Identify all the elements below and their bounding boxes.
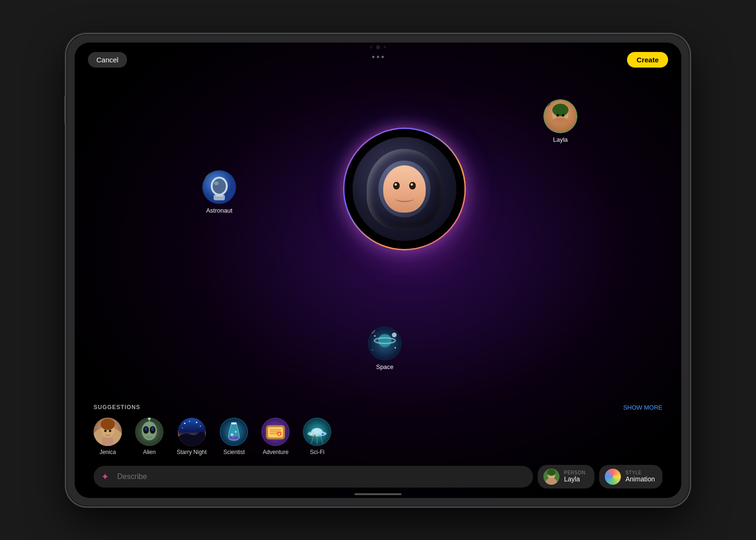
space-item-icon: − (368, 326, 402, 360)
scifi-label: Sci-Fi (310, 449, 325, 455)
ipad-screen: Cancel Create (75, 43, 681, 498)
person-chip[interactable]: PERSON Layla (538, 465, 594, 489)
floating-space[interactable]: − (368, 326, 402, 370)
dot-2 (377, 56, 379, 58)
magic-wand-icon: ✦ (101, 471, 109, 482)
starry-night-icon (178, 418, 206, 446)
suggestion-adventure[interactable]: ★ Adventure (261, 418, 290, 455)
person-chip-text: PERSON Layla (564, 470, 585, 483)
adventure-label: Adventure (263, 449, 289, 455)
astronaut-label: Astronaut (206, 207, 232, 214)
starry-night-label: Starry Night (177, 449, 206, 455)
svg-point-16 (395, 347, 396, 348)
alien-icon (135, 418, 163, 446)
svg-point-41 (235, 431, 237, 433)
svg-rect-39 (231, 422, 237, 424)
scifi-icon (303, 418, 331, 446)
camera-dot (376, 45, 380, 49)
svg-point-33 (184, 422, 185, 424)
style-color-wheel-icon (605, 469, 621, 485)
suggestion-scifi[interactable]: Sci-Fi (303, 418, 331, 455)
suggestion-scientist[interactable]: Scientist (220, 418, 248, 455)
floating-layla[interactable]: − (543, 99, 577, 143)
jenica-label: Jenica (100, 449, 116, 455)
describe-container: ✦ (94, 466, 533, 488)
svg-point-37 (182, 428, 183, 429)
suggestion-alien[interactable]: Alien (135, 418, 163, 455)
layla-label: Layla (553, 136, 567, 143)
svg-point-17 (372, 350, 373, 351)
sensor-dot (370, 46, 372, 48)
scientist-label: Scientist (223, 449, 245, 455)
svg-point-55 (310, 433, 312, 435)
svg-point-7 (213, 179, 226, 194)
svg-point-35 (196, 421, 197, 423)
show-more-button[interactable]: SHOW MORE (623, 404, 662, 411)
svg-text:★: ★ (278, 432, 281, 436)
orb-glow (338, 123, 471, 255)
svg-point-4 (562, 114, 565, 117)
style-chip-text: STYLE Animation (626, 470, 655, 483)
face-smile (395, 195, 414, 202)
style-chip[interactable]: STYLE Animation (599, 465, 662, 489)
bottom-bar: ✦ PERSON Layla (94, 465, 662, 489)
suggestions-list: Jenica (94, 418, 662, 455)
jenica-icon (94, 418, 122, 446)
orb-inner (352, 137, 456, 241)
svg-rect-10 (215, 194, 223, 197)
dot-3 (382, 56, 384, 58)
suggestions-section: SUGGESTIONS SHOW MORE (75, 404, 681, 455)
suggestion-jenica[interactable]: Jenica (94, 418, 122, 455)
astronaut-character (362, 144, 447, 234)
layla-icon: − (543, 99, 577, 133)
astronaut-item-icon: − (202, 170, 236, 204)
more-menu[interactable] (372, 56, 384, 58)
right-eye (409, 182, 416, 189)
suggestion-starry-night[interactable]: Starry Night (177, 418, 206, 455)
suit-helmet (367, 149, 442, 229)
side-button[interactable] (64, 95, 66, 124)
suggestions-title: SUGGESTIONS (94, 404, 140, 411)
svg-point-8 (214, 181, 219, 185)
svg-point-12 (378, 334, 391, 347)
suggestions-header: SUGGESTIONS SHOW MORE (94, 404, 662, 411)
svg-point-14 (392, 333, 396, 337)
app-content: Cancel Create (75, 43, 681, 498)
svg-point-56 (314, 435, 316, 437)
svg-point-61 (547, 469, 556, 476)
svg-point-1 (552, 103, 568, 116)
floating-astronaut[interactable]: − (202, 170, 236, 214)
person-avatar-chip (543, 469, 559, 485)
describe-input[interactable] (94, 466, 533, 488)
svg-point-20 (101, 419, 115, 430)
person-chip-value: Layla (564, 475, 585, 483)
alien-label: Alien (143, 449, 156, 455)
svg-point-22 (109, 429, 112, 432)
svg-point-54 (313, 428, 321, 434)
svg-point-29 (151, 427, 154, 431)
cancel-button[interactable]: Cancel (88, 52, 127, 68)
style-chip-label: STYLE (626, 470, 655, 475)
dot-1 (372, 56, 375, 58)
ipad-frame: Cancel Create (66, 34, 690, 506)
adventure-icon: ★ (261, 418, 290, 446)
svg-point-40 (231, 433, 233, 436)
sensor-dot-2 (384, 46, 386, 48)
person-chip-label: PERSON (564, 470, 585, 475)
create-button[interactable]: Create (627, 52, 668, 68)
camera-bar (370, 45, 386, 49)
svg-point-57 (318, 435, 320, 437)
svg-point-3 (557, 114, 559, 117)
style-chip-value: Animation (626, 475, 655, 483)
svg-rect-23 (102, 437, 113, 446)
svg-point-36 (200, 426, 201, 427)
svg-point-58 (322, 433, 324, 435)
face-eyes (393, 182, 416, 189)
left-eye (393, 182, 400, 189)
svg-point-2 (552, 117, 568, 126)
home-indicator (354, 493, 402, 495)
svg-point-15 (374, 335, 376, 336)
scientist-icon (220, 418, 248, 446)
face-inside (383, 165, 426, 213)
space-label: Space (376, 363, 394, 370)
